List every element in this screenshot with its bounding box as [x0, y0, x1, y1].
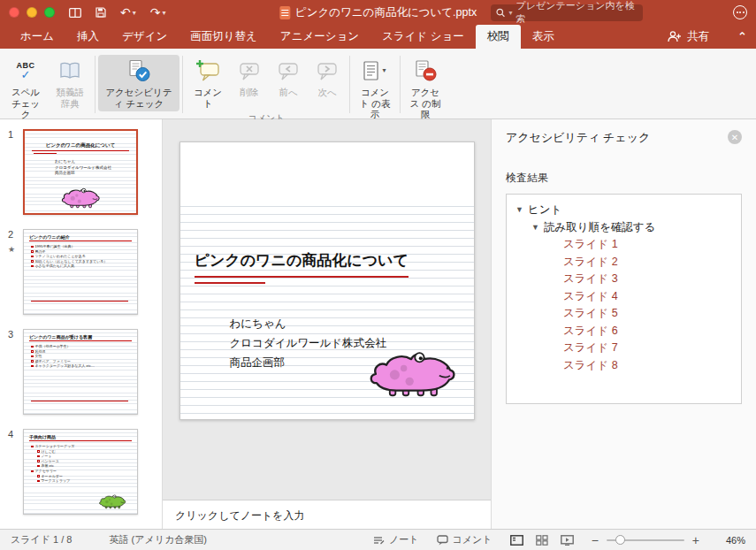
next-comment-button[interactable]: 次へ [308, 55, 347, 101]
zoom-slider[interactable] [607, 539, 684, 541]
slide-sorter-view-button[interactable] [536, 535, 548, 546]
next-comment-icon [317, 57, 338, 84]
collapse-caret-icon[interactable]: ▼ [531, 219, 539, 237]
tab-view[interactable]: 表示 [521, 25, 566, 49]
thumb-title: ピンクのワニ商品が受ける客層 [29, 334, 132, 341]
accessibility-check-button[interactable]: アクセシビリティ チェック [98, 55, 179, 111]
save-icon[interactable] [95, 7, 106, 18]
close-pane-icon[interactable]: ✕ [728, 130, 742, 144]
search-scope-caret-icon[interactable]: ▾ [508, 9, 512, 17]
result-slide-4[interactable]: スライド 4 [512, 288, 736, 306]
notes-input[interactable]: クリックしてノートを入力 [163, 500, 491, 529]
slide-title-text[interactable]: ピンクのワニの商品化について [195, 250, 409, 278]
slide-body-text[interactable]: わにちゃん クロコダイルワールド株式会社 商品企画部 [230, 314, 387, 372]
new-comment-button[interactable]: コメント [186, 55, 230, 111]
green-crocodile-image [98, 493, 126, 509]
thumb-title: ピンクのワニの商品化について [32, 142, 129, 151]
pink-crocodile-image[interactable] [366, 348, 458, 398]
undo-caret-icon[interactable]: ▾ [133, 9, 136, 17]
show-comments-caret-icon[interactable]: ▾ [382, 66, 386, 75]
result-slide-8[interactable]: スライド 8 [512, 357, 736, 375]
restrict-access-button[interactable]: アクセス の制限 [403, 55, 447, 123]
search-placeholder: プレゼンテーション内を検索 [515, 0, 638, 26]
tab-home[interactable]: ホーム [9, 25, 65, 49]
redo-caret-icon[interactable]: ▾ [162, 9, 165, 17]
redo-button[interactable]: ↷▾ [150, 5, 166, 19]
tab-insert[interactable]: 挿入 [65, 25, 111, 49]
result-slide-6[interactable]: スライド 6 [512, 323, 736, 340]
comments-toggle-button[interactable]: コメント [437, 533, 493, 546]
share-person-icon [668, 31, 682, 42]
thumb-bullet: マークストラップ [42, 478, 71, 484]
inspection-results-list[interactable]: ▼ ヒント ▼ 読み取り順を確認する スライド 1 スライド 2 スライド 3 … [506, 194, 742, 404]
current-slide[interactable]: ピンクのワニの商品化について わにちゃん クロコダイルワールド株式会社 商品企画… [179, 141, 475, 420]
thumbnail-slide-2[interactable]: 2 ★ ピンクのワニの紹介 1995年春に誕生（出典） 男の子 ツチノコといわれ… [0, 229, 162, 315]
tree-item-hint[interactable]: ▼ ヒント [512, 202, 736, 219]
undo-button[interactable]: ↶▾ [120, 5, 136, 19]
collapse-caret-icon[interactable]: ▼ [515, 202, 523, 219]
show-comments-button[interactable]: ▾ コメント の表示 [353, 55, 397, 123]
result-slide-3[interactable]: スライド 3 [512, 271, 736, 288]
slide-canvas[interactable]: ピンクのワニの商品化について わにちゃん クロコダイルワールド株式会社 商品企画… [163, 119, 491, 500]
titlebar-more-icon[interactable] [733, 5, 747, 19]
notes-toggle-button[interactable]: ノート [373, 533, 419, 546]
group-proofing: ABC✓ スペル チェック 類義語辞典 文章校正 [4, 49, 92, 118]
slide-number: 4 [8, 429, 23, 439]
result-slide-1[interactable]: スライド 1 [512, 236, 736, 254]
result-slide-5[interactable]: スライド 5 [512, 305, 736, 323]
delete-comment-button[interactable]: 削除 [230, 55, 269, 101]
zoom-percentage[interactable]: 46% [717, 535, 745, 546]
search-input[interactable]: ▾ プレゼンテーション内を検索 [491, 4, 643, 21]
slide-number: 2 [8, 229, 23, 240]
tab-design[interactable]: デザイン [111, 25, 179, 49]
comment-icon [437, 535, 448, 546]
powerpoint-doc-icon [279, 6, 290, 19]
group-comments: コメント 削除 前へ [186, 49, 347, 118]
zoom-in-button[interactable]: + [692, 533, 699, 547]
thesaurus-button[interactable]: 類義語辞典 [48, 55, 92, 111]
spell-check-button[interactable]: ABC✓ スペル チェック [4, 55, 48, 123]
close-window-button[interactable] [9, 7, 19, 18]
status-bar: スライド 1 / 8 英語 (アメリカ合衆国) ノート コメント [0, 529, 756, 550]
fullscreen-window-button[interactable] [44, 7, 55, 18]
thumbnail-slide-4[interactable]: 4 子供向け商品 ステーショナリーグッズ けしごむ ノート ペンケース 衣装 e… [0, 429, 162, 515]
inspection-results-label: 検査結果 [506, 171, 742, 186]
ribbon-tab-bar: ホーム 挿入 デザイン 画面切り替え アニメーション スライド ショー 校閲 表… [0, 25, 756, 49]
thumb-bullet: 小さな子供たちに大人気 [35, 264, 74, 269]
layout-grid-icon[interactable] [69, 8, 81, 18]
ribbon-separator [182, 56, 183, 113]
app-window: ↶▾ ↷▾ ピンクのワニの商品化について.pptx ▾ プレゼンテーション内を検… [0, 0, 756, 550]
slide-thumbnail-panel[interactable]: 1 ピンクのワニの商品化について わにちゃん クロコダイルワールド株式会社 商品… [0, 119, 163, 529]
zoom-out-button[interactable]: − [592, 533, 599, 547]
ribbon-separator [95, 56, 95, 113]
thumb-bullet: キャラクターグッズ好きな大人 etc… [35, 363, 95, 369]
tree-item-reading-order[interactable]: ▼ 読み取り順を確認する [512, 219, 736, 237]
title-accent-line [195, 282, 265, 284]
tab-animations[interactable]: アニメーション [269, 25, 370, 49]
ribbon-separator [400, 56, 401, 113]
ribbon: ABC✓ スペル チェック 類義語辞典 文章校正 [0, 49, 756, 119]
tab-transitions[interactable]: 画面切り替え [179, 25, 269, 49]
group-show-comments: ▾ コメント の表示 [353, 49, 397, 118]
share-button[interactable]: 共有 [661, 25, 716, 49]
zoom-slider-knob[interactable] [615, 535, 625, 545]
slideshow-view-button[interactable] [561, 535, 574, 546]
tab-slideshow[interactable]: スライド ショー [370, 25, 476, 49]
previous-comment-icon [278, 57, 299, 84]
show-comments-icon: ▾ [363, 57, 386, 84]
normal-view-button[interactable] [510, 535, 523, 546]
result-slide-7[interactable]: スライド 7 [512, 340, 736, 357]
result-slide-2[interactable]: スライド 2 [512, 254, 736, 271]
slide-editor: ピンクのワニの商品化について わにちゃん クロコダイルワールド株式会社 商品企画… [163, 119, 491, 529]
tab-review[interactable]: 校閲 [476, 25, 521, 49]
thumb-title: ピンクのワニの紹介 [29, 234, 132, 241]
titlebar: ↶▾ ↷▾ ピンクのワニの商品化について.pptx ▾ プレゼンテーション内を検… [0, 0, 756, 25]
thumbnail-slide-3[interactable]: 3 ピンクのワニ商品が受ける客層 子供（幼児〜小学生） 乳幼児 女性 親子ペア、… [0, 329, 162, 415]
language-indicator[interactable]: 英語 (アメリカ合衆国) [110, 533, 207, 546]
collapse-ribbon-button[interactable]: ⌃ [729, 25, 756, 49]
slide-number: 1 [8, 129, 23, 140]
previous-comment-button[interactable]: 前へ [269, 55, 308, 101]
thumbnail-slide-1[interactable]: 1 ピンクのワニの商品化について わにちゃん クロコダイルワールド株式会社 商品… [0, 129, 162, 215]
minimize-window-button[interactable] [27, 7, 37, 18]
document-title: ピンクのワニの商品化について.pptx [279, 5, 477, 20]
